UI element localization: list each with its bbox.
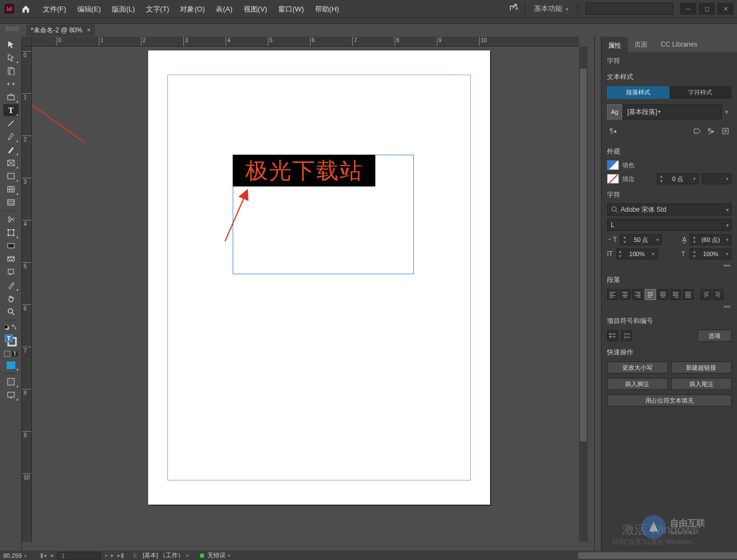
menu-view[interactable]: 视图(V): [238, 0, 273, 18]
horizontal-grid-tool[interactable]: [3, 196, 19, 208]
preflight-status[interactable]: 无错误 ▾: [200, 551, 230, 559]
share-icon[interactable]: [505, 4, 521, 14]
clear-override-icon[interactable]: [691, 125, 703, 137]
options-button[interactable]: 选项: [697, 330, 732, 342]
chevron-down-icon[interactable]: ▾: [105, 553, 108, 558]
scissors-tool[interactable]: [3, 213, 19, 225]
menu-layout[interactable]: 版面(L): [106, 0, 140, 18]
free-transform-tool[interactable]: [3, 227, 19, 239]
gradient-feather-tool[interactable]: [3, 253, 19, 265]
justify-center[interactable]: [657, 289, 668, 300]
tab-paragraph-style[interactable]: 段落样式: [607, 86, 670, 99]
fill-stroke-swap[interactable]: [3, 323, 19, 331]
workspace-switcher[interactable]: 基本功能 ▾: [528, 4, 574, 14]
right-panel-strip[interactable]: [594, 37, 601, 551]
align-away-spine[interactable]: [713, 289, 724, 300]
page-tool[interactable]: [3, 65, 19, 77]
content-collector-tool[interactable]: [3, 91, 19, 103]
page[interactable]: 极光下载站: [148, 50, 490, 505]
justify-all[interactable]: [683, 289, 694, 300]
paragraph-options-icon[interactable]: ¶◂: [607, 125, 619, 137]
apply-color[interactable]: [3, 360, 19, 371]
document-tab[interactable]: *未命名-2 @ 80% ×: [26, 24, 95, 36]
zoom-level[interactable]: 80.259▾: [0, 552, 33, 559]
align-right[interactable]: [632, 289, 643, 300]
insert-endnote-button[interactable]: 插入尾注: [671, 378, 732, 390]
gap-tool[interactable]: [3, 78, 19, 90]
align-toward-spine[interactable]: [700, 289, 711, 300]
minimize-button[interactable]: ─: [680, 3, 696, 15]
justify-right[interactable]: [670, 289, 681, 300]
menu-table[interactable]: 表(A): [210, 0, 238, 18]
type-tool[interactable]: T: [3, 104, 19, 116]
search-input[interactable]: [586, 3, 673, 15]
page-input[interactable]: 1: [57, 552, 101, 559]
insert-footnote-button[interactable]: 插入脚注: [607, 378, 668, 390]
menu-text[interactable]: 文字(T): [140, 0, 175, 18]
fill-placeholder-button[interactable]: 用占位符文本填充: [607, 394, 732, 406]
new-hyperlink-button[interactable]: 新建超链接: [671, 361, 732, 374]
tab-character-style[interactable]: 字符样式: [670, 86, 732, 99]
line-tool[interactable]: [3, 117, 19, 129]
horizontal-scrollbar[interactable]: [578, 551, 737, 560]
stroke-weight-input[interactable]: ▴▾0 点▾: [657, 173, 699, 184]
pencil-tool[interactable]: [3, 144, 19, 156]
hand-tool[interactable]: [3, 292, 19, 304]
new-style-icon[interactable]: [719, 125, 732, 137]
scrollbar-thumb[interactable]: [578, 552, 737, 559]
font-weight-selector[interactable]: L▾: [607, 219, 732, 231]
menu-window[interactable]: 窗口(W): [273, 0, 310, 18]
ruler-origin[interactable]: [22, 37, 32, 47]
justify-left[interactable]: [645, 289, 656, 300]
menu-help[interactable]: 帮助(H): [310, 0, 345, 18]
align-left[interactable]: [607, 289, 618, 300]
fill-stroke-proxy[interactable]: T: [3, 332, 19, 348]
home-icon[interactable]: [18, 1, 34, 17]
viewport[interactable]: 极光下载站: [32, 47, 579, 542]
app-icon[interactable]: Id: [1, 1, 18, 17]
tab-cc-libraries[interactable]: CC Libraries: [654, 37, 704, 52]
zoom-tool[interactable]: [3, 306, 19, 318]
menu-object[interactable]: 对象(O): [175, 0, 210, 18]
vertical-scrollbar[interactable]: [579, 47, 588, 542]
selection-tool[interactable]: [3, 38, 19, 50]
view-mode[interactable]: [3, 376, 19, 388]
first-page-icon[interactable]: ▮◂: [40, 552, 47, 559]
rectangle-tool[interactable]: [3, 170, 19, 182]
stroke-style-input[interactable]: ▾: [702, 173, 732, 184]
font-size-input[interactable]: ▴▾50 点▾: [620, 234, 662, 245]
chevron-down-icon[interactable]: ▾: [722, 108, 732, 116]
horizontal-ruler[interactable]: 012345678910: [32, 37, 579, 47]
next-page-icon[interactable]: ▸: [111, 552, 114, 559]
direct-selection-tool[interactable]: [3, 52, 19, 64]
fill-swatch[interactable]: [607, 160, 619, 170]
menu-file[interactable]: 文件(F): [37, 0, 72, 18]
tab-properties[interactable]: 属性: [601, 37, 628, 52]
redefine-style-icon[interactable]: ¶▸: [705, 125, 717, 137]
scrollbar-thumb[interactable]: [580, 69, 587, 442]
more-options-icon[interactable]: •••: [601, 261, 737, 271]
collapse-handle[interactable]: [0, 18, 737, 24]
screen-mode[interactable]: [3, 389, 19, 401]
vertical-ruler[interactable]: 012345678910: [22, 47, 32, 542]
style-selector[interactable]: [基本段落]+: [622, 104, 722, 120]
stroke-swatch[interactable]: [607, 174, 619, 184]
gradient-swatch-tool[interactable]: [3, 240, 19, 252]
close-button[interactable]: ✕: [717, 3, 734, 15]
more-options-icon[interactable]: •••: [601, 302, 737, 312]
rectangle-frame-tool[interactable]: [3, 157, 19, 169]
leading-input[interactable]: ▴▾(60 点)▾: [690, 234, 732, 245]
tab-close-icon[interactable]: ×: [87, 26, 91, 34]
last-page-icon[interactable]: ▸▮: [117, 552, 124, 559]
hscale-input[interactable]: ▴▾100%▾: [690, 248, 732, 259]
layer-indicator[interactable]: [基本] （工作）: [143, 551, 184, 559]
text-content[interactable]: 极光下载站: [233, 155, 375, 186]
note-tool[interactable]: [3, 266, 19, 278]
grid-tool[interactable]: [3, 183, 19, 195]
menu-edit[interactable]: 编辑(E): [72, 0, 106, 18]
eyedropper-tool[interactable]: [3, 279, 19, 291]
pen-tool[interactable]: [3, 131, 19, 143]
prev-page-icon[interactable]: ◂: [50, 552, 53, 559]
bulleted-list-icon[interactable]: [607, 330, 618, 341]
numbered-list-icon[interactable]: 12: [621, 330, 632, 341]
